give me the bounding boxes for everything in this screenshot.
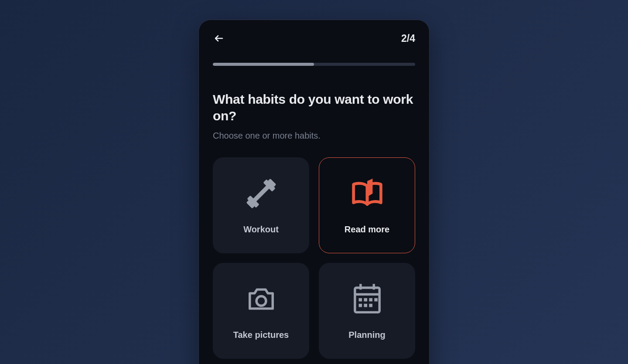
step-counter: 2/4 <box>401 33 415 44</box>
habit-label: Workout <box>243 225 279 235</box>
habit-label: Take pictures <box>233 330 289 340</box>
dumbbell-icon <box>244 177 278 211</box>
svg-rect-14 <box>374 298 378 301</box>
habit-card-read-more[interactable]: Read more <box>319 157 415 253</box>
svg-rect-17 <box>369 303 372 307</box>
svg-rect-11 <box>358 298 362 301</box>
calendar-icon <box>350 282 384 316</box>
habit-label: Planning <box>348 330 385 340</box>
habit-card-planning[interactable]: Planning <box>319 263 415 359</box>
svg-rect-15 <box>358 303 362 307</box>
habit-card-workout[interactable]: Workout <box>213 157 309 253</box>
habit-card-take-pictures[interactable]: Take pictures <box>213 263 309 359</box>
arrow-left-icon <box>214 33 224 44</box>
progress-bar <box>213 63 415 66</box>
progress-fill <box>213 63 314 66</box>
back-button[interactable] <box>213 32 225 44</box>
book-icon <box>350 177 384 211</box>
page-subtitle: Choose one or more habits. <box>213 131 415 141</box>
svg-rect-16 <box>364 303 367 307</box>
camera-icon <box>244 282 278 316</box>
page-title: What habits do you want to work on? <box>213 91 415 124</box>
habit-grid: Workout Read more Take pictures <box>213 157 415 359</box>
svg-rect-13 <box>369 298 372 301</box>
onboarding-screen: 2/4 What habits do you want to work on? … <box>198 20 430 364</box>
svg-rect-12 <box>364 298 367 301</box>
header-row: 2/4 <box>213 32 415 44</box>
svg-point-6 <box>256 296 266 306</box>
habit-label: Read more <box>345 225 389 235</box>
svg-rect-1 <box>252 184 270 202</box>
